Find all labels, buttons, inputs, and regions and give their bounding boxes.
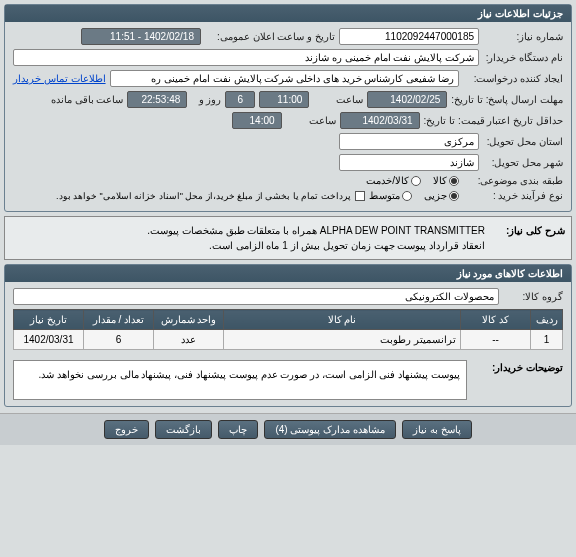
back-button[interactable]: بازگشت — [155, 420, 212, 439]
panel2-title: اطلاعات کالاهای مورد نیاز — [5, 265, 571, 282]
note-label: توضیحات خریدار: — [473, 356, 563, 400]
announce-field: 1402/02/18 - 11:51 — [81, 28, 201, 45]
desc-line1: ALPHA DEW POINT TRANSMITTER همراه با متع… — [11, 223, 485, 238]
requester-label: ایجاد کننده درخواست: — [463, 73, 563, 84]
col-date: تاریخ نیاز — [14, 310, 84, 330]
countdown-field: 22:53:48 — [127, 91, 187, 108]
attachments-button[interactable]: مشاهده مدارک پیوستی (4) — [264, 420, 396, 439]
cat-goods-label: کالا — [433, 175, 447, 186]
requester-field: رضا شفیعی کارشناس خرید های داخلی شرکت پا… — [110, 70, 459, 87]
process-label: نوع فرآیند خرید : — [463, 190, 563, 201]
deadline-date: 1402/02/25 — [367, 91, 447, 108]
group-label: گروه کالا: — [503, 291, 563, 302]
state-label: استان محل تحویل: — [483, 136, 563, 147]
goods-table: ردیف کد کالا نام کالا واحد شمارش تعداد /… — [13, 309, 563, 350]
cell-name: ترانسمیتر رطوبت — [224, 330, 461, 350]
deadline-label: مهلت ارسال پاسخ: تا تاریخ: — [451, 94, 563, 105]
proc-small-label: جزیی — [424, 190, 447, 201]
col-row: ردیف — [531, 310, 563, 330]
panel1-title: جزئیات اطلاعات نیاز — [5, 5, 571, 22]
day-label: روز و — [191, 94, 221, 105]
col-code: کد کالا — [461, 310, 531, 330]
col-qty: تعداد / مقدار — [84, 310, 154, 330]
cell-row: 1 — [531, 330, 563, 350]
radio-goods[interactable] — [449, 176, 459, 186]
need-details-panel: جزئیات اطلاعات نیاز شماره نیاز: 11020924… — [4, 4, 572, 212]
buyer-field: شرکت پالایش نفت امام خمینی ره شازند — [13, 49, 479, 66]
proc-med-label: متوسط — [369, 190, 400, 201]
respond-button[interactable]: پاسخ به نیاز — [402, 420, 472, 439]
need-no-field: 1102092447000185 — [339, 28, 479, 45]
category-radio-group: کالا کالا/خدمت — [366, 175, 459, 186]
state-field: مرکزی — [339, 133, 479, 150]
table-row[interactable]: 1 -- ترانسمیتر رطوبت عدد 6 1402/03/31 — [14, 330, 563, 350]
validity-date: 1402/03/31 — [340, 112, 420, 129]
description-box: شرح کلی نیاز: ALPHA DEW POINT TRANSMITTE… — [4, 216, 572, 260]
print-button[interactable]: چاپ — [218, 420, 258, 439]
validity-time: 14:00 — [232, 112, 282, 129]
city-label: شهر محل تحویل: — [483, 157, 563, 168]
time-label-1: ساعت — [313, 94, 363, 105]
cat-service-label: کالا/خدمت — [366, 175, 409, 186]
col-name: نام کالا — [224, 310, 461, 330]
col-unit: واحد شمارش — [154, 310, 224, 330]
deadline-time: 11:00 — [259, 91, 309, 108]
cell-date: 1402/03/31 — [14, 330, 84, 350]
remain-label: ساعت باقی مانده — [51, 94, 124, 105]
announce-label: تاریخ و ساعت اعلان عمومی: — [205, 31, 335, 42]
treasury-checkbox[interactable] — [355, 191, 365, 201]
desc-label: شرح کلی نیاز: — [485, 223, 565, 253]
group-field: محصولات الکترونیکی — [13, 288, 499, 305]
category-label: طبقه بندی موضوعی: — [463, 175, 563, 186]
cell-qty: 6 — [84, 330, 154, 350]
pay-note: پرداخت تمام یا بخشی از مبلغ خرید،از محل … — [56, 191, 351, 201]
note-box: پیوست پیشنهاد فنی الزامی است، در صورت عد… — [13, 360, 467, 400]
exit-button[interactable]: خروج — [104, 420, 149, 439]
cell-code: -- — [461, 330, 531, 350]
contact-link[interactable]: اطلاعات تماس خریدار — [13, 73, 106, 84]
days-field: 6 — [225, 91, 255, 108]
radio-service[interactable] — [411, 176, 421, 186]
goods-panel: اطلاعات کالاهای مورد نیاز گروه کالا: محص… — [4, 264, 572, 407]
buyer-label: نام دستگاه خریدار: — [483, 52, 563, 63]
cell-unit: عدد — [154, 330, 224, 350]
need-no-label: شماره نیاز: — [483, 31, 563, 42]
time-label-2: ساعت — [286, 115, 336, 126]
city-field: شازند — [339, 154, 479, 171]
validity-label: حداقل تاریخ اعتبار قیمت: تا تاریخ: — [424, 115, 563, 126]
button-bar: پاسخ به نیاز مشاهده مدارک پیوستی (4) چاپ… — [0, 413, 576, 445]
desc-line2: انعقاد قرارداد پیوست جهت زمان تحویل بیش … — [11, 238, 485, 253]
radio-medium[interactable] — [402, 191, 412, 201]
radio-small[interactable] — [449, 191, 459, 201]
process-radio-group: جزیی متوسط — [369, 190, 459, 201]
